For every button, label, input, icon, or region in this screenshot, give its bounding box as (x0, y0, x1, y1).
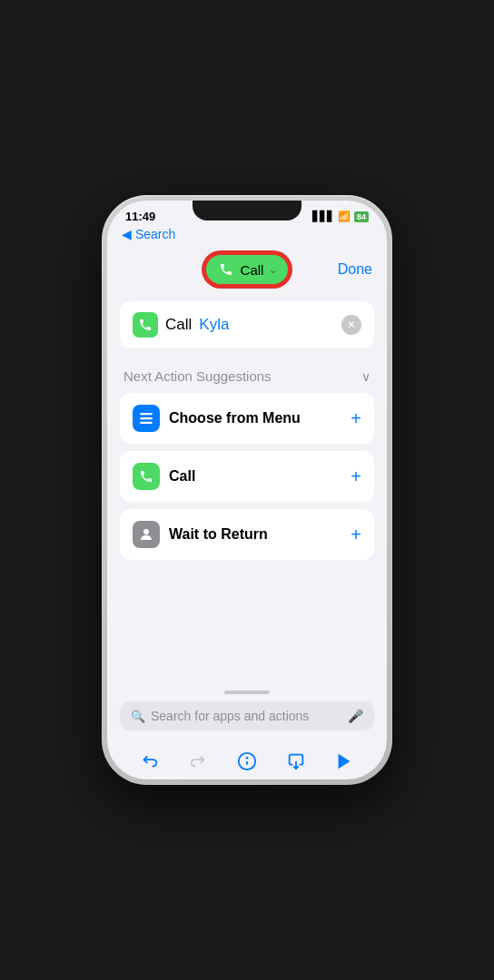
section-title: Next Action Suggestions (124, 368, 272, 384)
forward-button[interactable] (182, 745, 214, 778)
empty-space (107, 574, 387, 683)
nav-bar: Call ⌄ Done (107, 247, 387, 294)
choose-menu-add-button[interactable]: + (351, 408, 361, 429)
suggestion-wait-left: Wait to Return (133, 521, 268, 548)
wait-return-add-button[interactable]: + (351, 524, 361, 545)
call-suggestion-icon (133, 463, 160, 490)
call-suggestion-label: Call (169, 468, 195, 485)
wait-return-label: Wait to Return (169, 526, 268, 543)
nav-title: Call (241, 262, 264, 278)
nav-phone-icon (217, 260, 235, 279)
call-add-button[interactable]: + (351, 466, 361, 487)
nav-call-button[interactable]: Call ⌄ (203, 252, 291, 287)
call-action-left: Call Kyla (133, 312, 229, 338)
bottom-toolbar (107, 738, 387, 779)
content-area: Call Kyla ✕ Next Action Suggestions ∨ (107, 294, 387, 574)
phone-frame: 11:49 ▋▋▋ 📶 84 ◀ Search Call ⌄ Don (102, 195, 392, 785)
search-icon: 🔍 (131, 710, 145, 723)
play-button[interactable] (328, 745, 361, 778)
section-chevron-icon[interactable]: ∨ (361, 369, 370, 384)
share-button[interactable] (280, 745, 312, 778)
svg-point-3 (143, 529, 149, 534)
clear-button[interactable]: ✕ (341, 315, 361, 335)
bottom-handle (224, 691, 270, 694)
nav-chevron-icon: ⌄ (269, 264, 277, 276)
suggestion-choose-menu-left: Choose from Menu (133, 405, 301, 432)
mic-icon[interactable]: 🎤 (348, 709, 363, 723)
back-label[interactable]: ◀ Search (122, 227, 175, 241)
suggestion-call[interactable]: Call + (120, 451, 374, 502)
phone-screen: 11:49 ▋▋▋ 📶 84 ◀ Search Call ⌄ Don (107, 201, 387, 779)
svg-rect-1 (140, 417, 153, 419)
wait-return-icon (133, 521, 160, 548)
status-time: 11:49 (125, 210, 155, 223)
section-header[interactable]: Next Action Suggestions ∨ (120, 363, 374, 393)
info-button[interactable] (231, 745, 263, 778)
choose-menu-icon (133, 405, 160, 432)
choose-menu-label: Choose from Menu (169, 410, 301, 426)
wifi-icon: 📶 (338, 211, 351, 222)
bottom-handle-bar (107, 683, 387, 698)
search-placeholder: Search for apps and actions (151, 709, 342, 723)
svg-rect-0 (140, 413, 153, 415)
back-nav[interactable]: ◀ Search (107, 227, 387, 247)
signal-icon: ▋▋▋ (312, 211, 334, 222)
suggestion-call-left: Call (133, 463, 195, 490)
call-action-card[interactable]: Call Kyla ✕ (120, 301, 374, 348)
call-label: Call (165, 316, 192, 334)
back-button[interactable] (133, 745, 166, 778)
call-icon (133, 312, 158, 338)
done-button[interactable]: Done (338, 261, 372, 278)
svg-rect-2 (140, 422, 153, 424)
suggestion-wait-return[interactable]: Wait to Return + (120, 509, 374, 560)
notch (193, 201, 301, 220)
status-icons: ▋▋▋ 📶 84 (312, 211, 369, 222)
battery-icon: 84 (354, 211, 369, 222)
search-bar[interactable]: 🔍 Search for apps and actions 🎤 (120, 701, 374, 730)
svg-marker-7 (339, 754, 351, 769)
call-value[interactable]: Kyla (199, 316, 229, 334)
suggestion-choose-menu[interactable]: Choose from Menu + (120, 393, 374, 444)
